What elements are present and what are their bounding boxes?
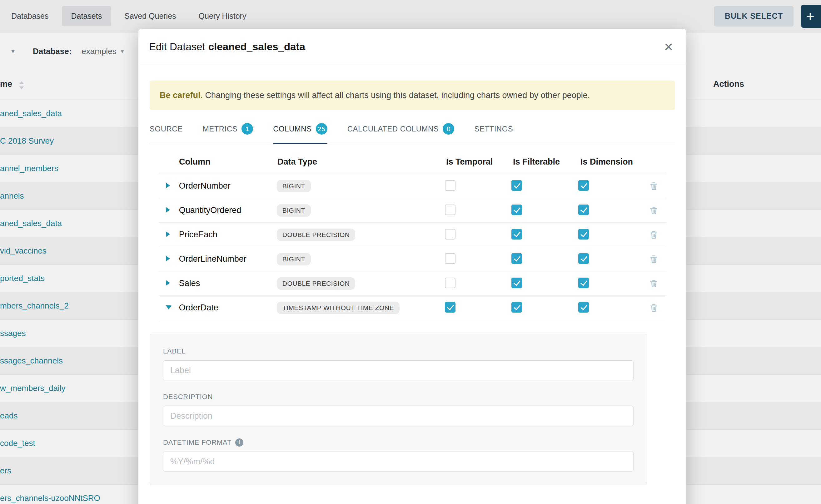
column-name: PriceEach: [179, 230, 277, 240]
modal-title: Edit Datasetcleaned_sales_data: [149, 41, 305, 53]
column-header-is-dimension: Is Dimension: [581, 157, 652, 167]
column-header-is-temporal: Is Temporal: [446, 157, 513, 167]
is-filterable-checkbox[interactable]: [512, 302, 522, 313]
column-header-data-type: Data Type: [277, 157, 446, 167]
modal-title-prefix: Edit Dataset: [149, 41, 205, 52]
modal-header: Edit Datasetcleaned_sales_data ×: [138, 29, 686, 65]
column-row: OrderDateTIMESTAMP WITHOUT TIME ZONE: [158, 296, 667, 320]
tab-metrics[interactable]: METRICS1: [203, 118, 253, 144]
data-type-pill: DOUBLE PRECISION: [277, 277, 355, 290]
is-dimension-checkbox[interactable]: [578, 229, 589, 240]
delete-column-icon[interactable]: [649, 254, 659, 264]
datetime-format-label-text: DATETIME FORMAT: [163, 438, 231, 447]
is-filterable-checkbox[interactable]: [512, 278, 522, 288]
data-type-pill: DOUBLE PRECISION: [277, 229, 355, 241]
column-header-is-filterable: Is Filterable: [513, 157, 581, 167]
column-name: OrderLineNumber: [179, 254, 277, 264]
label-input[interactable]: [163, 360, 634, 380]
close-icon[interactable]: ×: [662, 39, 675, 55]
warning-banner: Be careful. Changing these settings will…: [150, 81, 675, 110]
data-type-pill: TIMESTAMP WITHOUT TIME ZONE: [277, 302, 399, 314]
tab-count-badge: 0: [443, 123, 454, 135]
delete-column-icon[interactable]: [649, 206, 659, 215]
column-name: Sales: [179, 279, 277, 288]
tab-label: COLUMNS: [273, 125, 312, 133]
column-row: SalesDOUBLE PRECISION: [158, 271, 667, 296]
description-field-group: DESCRIPTION: [163, 393, 634, 426]
columns-table: Column Data Type Is Temporal Is Filterab…: [158, 150, 667, 320]
modal-dataset-name: cleaned_sales_data: [208, 41, 305, 52]
datetime-format-field-group: DATETIME FORMAT i: [163, 438, 634, 472]
column-row: OrderLineNumberBIGINT: [158, 247, 667, 271]
datetime-format-field-label: DATETIME FORMAT i: [163, 438, 634, 447]
modal-tabs: SOURCEMETRICS1COLUMNS25CALCULATED COLUMN…: [150, 118, 675, 144]
tab-label: CALCULATED COLUMNS: [347, 125, 439, 133]
delete-column-icon[interactable]: [649, 181, 659, 191]
column-row: QuantityOrderedBIGINT: [158, 198, 667, 223]
data-type-pill: BIGINT: [277, 204, 311, 217]
expand-row-icon[interactable]: [166, 231, 170, 237]
tab-calculated-columns[interactable]: CALCULATED COLUMNS0: [347, 118, 455, 144]
tab-label: SOURCE: [150, 125, 183, 133]
tab-source[interactable]: SOURCE: [150, 118, 183, 144]
label-field-label: LABEL: [163, 347, 634, 355]
expand-row-icon[interactable]: [166, 207, 170, 213]
is-filterable-checkbox[interactable]: [512, 205, 522, 215]
is-filterable-checkbox[interactable]: [512, 229, 522, 240]
datetime-format-input[interactable]: [163, 452, 634, 472]
column-row: OrderNumberBIGINT: [158, 174, 667, 198]
tab-count-badge: 25: [316, 123, 327, 135]
is-filterable-checkbox[interactable]: [512, 253, 522, 264]
is-dimension-checkbox[interactable]: [578, 180, 589, 191]
tab-count-badge: 1: [241, 123, 253, 135]
modal-body: Be careful. Changing these settings will…: [138, 81, 686, 485]
warning-message: Changing these settings will affect all …: [203, 91, 590, 100]
delete-column-icon[interactable]: [649, 303, 659, 313]
is-temporal-checkbox[interactable]: [445, 205, 456, 215]
column-name: OrderDate: [179, 303, 277, 313]
column-detail-panel: LABEL DESCRIPTION DATETIME FORMAT i: [150, 334, 647, 485]
is-dimension-checkbox[interactable]: [578, 205, 589, 215]
is-temporal-checkbox[interactable]: [445, 302, 456, 313]
is-temporal-checkbox[interactable]: [445, 278, 456, 288]
tab-settings[interactable]: SETTINGS: [474, 118, 513, 144]
expand-row-icon[interactable]: [166, 280, 170, 286]
tab-label: METRICS: [203, 125, 238, 133]
description-input[interactable]: [163, 406, 634, 426]
warning-emphasis: Be careful.: [160, 91, 203, 100]
tab-label: SETTINGS: [474, 125, 513, 133]
is-dimension-checkbox[interactable]: [578, 302, 589, 313]
is-filterable-checkbox[interactable]: [512, 180, 522, 191]
column-name: QuantityOrdered: [179, 205, 277, 215]
expand-row-icon[interactable]: [166, 183, 170, 188]
columns-table-header: Column Data Type Is Temporal Is Filterab…: [158, 150, 667, 174]
collapse-row-icon[interactable]: [166, 305, 171, 309]
tab-columns[interactable]: COLUMNS25: [273, 118, 327, 144]
columns-rows: OrderNumberBIGINTQuantityOrderedBIGINTPr…: [158, 174, 667, 320]
data-type-pill: BIGINT: [277, 180, 311, 192]
edit-dataset-modal: Edit Datasetcleaned_sales_data × Be care…: [138, 29, 686, 504]
expand-row-icon[interactable]: [166, 256, 170, 261]
delete-column-icon[interactable]: [649, 230, 659, 240]
column-name: OrderNumber: [179, 181, 277, 191]
column-row: PriceEachDOUBLE PRECISION: [158, 223, 667, 247]
is-temporal-checkbox[interactable]: [445, 229, 456, 240]
delete-column-icon[interactable]: [649, 279, 659, 288]
is-dimension-checkbox[interactable]: [578, 253, 589, 264]
is-temporal-checkbox[interactable]: [445, 180, 456, 191]
info-icon[interactable]: i: [235, 438, 243, 447]
column-header-column: Column: [179, 157, 277, 167]
data-type-pill: BIGINT: [277, 253, 311, 265]
is-dimension-checkbox[interactable]: [578, 278, 589, 288]
is-temporal-checkbox[interactable]: [445, 253, 456, 264]
label-field-group: LABEL: [163, 347, 634, 380]
description-field-label: DESCRIPTION: [163, 393, 634, 401]
